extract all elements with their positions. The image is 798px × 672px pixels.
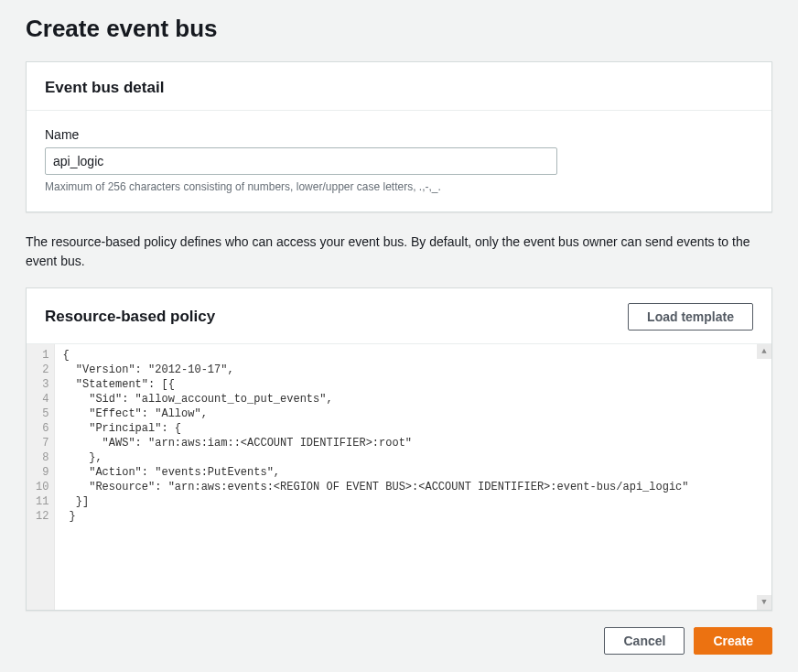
footer-actions: Cancel Create	[26, 627, 772, 655]
event-bus-detail-panel: Event bus detail Name Maximum of 256 cha…	[26, 61, 772, 212]
name-input[interactable]	[45, 147, 557, 175]
page-title: Create event bus	[26, 15, 772, 43]
name-hint: Maximum of 256 characters consisting of …	[45, 180, 753, 193]
load-template-button[interactable]: Load template	[628, 303, 753, 331]
code-gutter: 1 2 3 4 5 6 7 8 9 10 11 12	[27, 344, 55, 610]
create-button[interactable]: Create	[694, 627, 772, 655]
name-label: Name	[45, 127, 753, 142]
panel-body: Name Maximum of 256 characters consistin…	[27, 111, 771, 211]
code-content[interactable]: { "Version": "2012-10-17", "Statement": …	[55, 344, 771, 610]
scroll-down-icon[interactable]: ▼	[757, 595, 771, 610]
detail-panel-title: Event bus detail	[45, 79, 753, 97]
panel-header: Event bus detail	[27, 62, 771, 111]
policy-panel-header: Resource-based policy Load template	[27, 288, 771, 344]
policy-description: The resource-based policy defines who ca…	[26, 233, 772, 271]
policy-code-editor[interactable]: 1 2 3 4 5 6 7 8 9 10 11 12 { "Version": …	[27, 344, 771, 610]
scroll-up-icon[interactable]: ▲	[757, 344, 771, 359]
policy-panel-title: Resource-based policy	[45, 308, 215, 326]
resource-policy-panel: Resource-based policy Load template 1 2 …	[26, 287, 772, 611]
cancel-button[interactable]: Cancel	[604, 627, 685, 655]
